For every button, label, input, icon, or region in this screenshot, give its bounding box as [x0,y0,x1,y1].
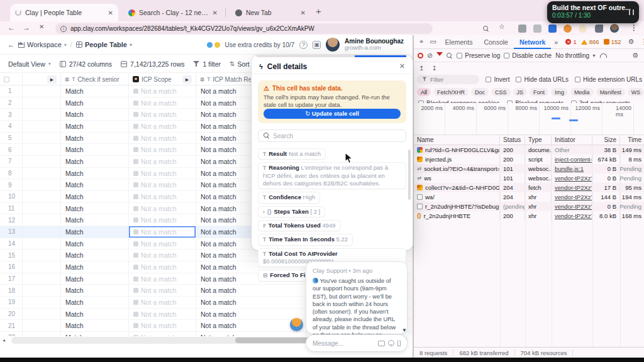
record-network-log-icon[interactable] [418,53,423,58]
empty-cell[interactable] [23,179,61,190]
column-header-name[interactable]: Name [414,136,500,145]
check-if-senior-cell[interactable]: Match [61,156,129,167]
check-if-senior-cell[interactable]: Match [61,297,129,308]
empty-cell[interactable] [23,133,61,144]
icp-scope-cell[interactable]: Not a match [129,109,196,120]
filter-hide-extension-urls-checkbox[interactable]: Hide extension URLs [575,76,642,83]
empty-cell[interactable] [23,109,61,120]
initiator-link[interactable]: vendor-tP2XzYXh.j [555,203,592,210]
check-if-senior-cell[interactable]: Match [61,332,129,336]
empty-cell[interactable] [23,121,61,132]
select-all-checkbox[interactable] [4,77,9,82]
check-if-senior-cell[interactable]: Match [61,261,129,273]
modal-scrollbar[interactable] [408,150,411,200]
network-request-row[interactable]: injected.js200scriptinject-content-scri6… [414,155,644,164]
icp-scope-cell[interactable]: Not a match [129,320,196,331]
icp-scope-cell[interactable]: Not a match [129,156,196,167]
export-har-icon[interactable]: ↧ [431,65,436,72]
checkbox[interactable] [486,77,491,82]
devtools-settings-icon[interactable]: ⚙ [625,38,638,46]
check-if-senior-cell[interactable]: Match [61,85,129,97]
check-if-senior-cell[interactable]: Match [61,203,129,214]
empty-cell[interactable] [23,261,61,273]
console-warnings-badge[interactable]: 866 [581,38,599,45]
network-overview-timeline[interactable]: 2000 ms4000 ms6000 ms8000 ms10000 ms1200… [414,103,644,135]
chat-message-input[interactable] [313,340,375,347]
modal-search-input[interactable] [273,133,401,140]
initiator-cell[interactable]: vendor-tP2XzYXh.j [552,211,592,221]
filter-invert-checkbox[interactable]: Invert [486,76,509,83]
cell-field-result[interactable]: TResult Not a match [258,148,326,160]
chat-scroll-down-icon[interactable]: ▼ [402,327,407,333]
empty-cell[interactable] [23,320,61,331]
sort-button[interactable]: ⇅ Sort [230,60,250,68]
network-request-row[interactable]: r_2n2udnjHHBTE/?isDebug=true(pending)xhr… [414,202,644,211]
tab-close-icon[interactable]: ✕ [108,9,113,16]
tab-close-icon[interactable]: ✕ [301,9,306,16]
modal-search-field[interactable] [258,129,406,142]
back-button[interactable]: ← [8,41,14,48]
network-filter-field[interactable] [417,75,479,84]
empty-cell[interactable] [23,226,61,238]
icp-scope-cell[interactable]: Not a match [129,332,196,336]
column-header-check-if-senior[interactable]: ≣ T Check if senior [61,74,129,85]
columns-button[interactable]: 27/42 columns [60,60,112,68]
initiator-cell[interactable]: vendor-tP2XzYXh.j [552,192,592,202]
icp-scope-cell[interactable]: Not a match [129,309,196,320]
network-filter-icon[interactable] [436,52,443,59]
gift-icon[interactable]: ▣ [313,41,321,49]
chip-font[interactable]: Font [530,88,548,96]
column-header-size[interactable]: Size [592,136,620,145]
cell-field-time-taken-in-seconds[interactable]: TTime Taken In Seconds 5.22 [258,234,353,245]
icp-scope-cell[interactable]: Not a match [129,191,196,202]
check-if-senior-cell[interactable]: Match [61,109,129,120]
icp-scope-cell[interactable]: Not a match [129,273,196,285]
empty-cell[interactable] [23,297,61,308]
select-all-cell[interactable] [0,74,23,85]
icp-match-cell[interactable]: Not a match [196,285,307,296]
initiator-cell[interactable]: vendor-tP2XzYXh.j [552,202,592,211]
chip-fetch-xhr[interactable]: Fetch/XHR [433,88,469,96]
user-avatar[interactable] [326,38,340,52]
empty-cell[interactable] [23,85,61,97]
emoji-icon[interactable] [388,340,394,346]
initiator-link[interactable]: vendor-tP2XzYXh.j [555,194,592,200]
empty-cell[interactable] [23,309,61,320]
icp-match-cell[interactable]: Not a match [196,297,307,308]
import-har-icon[interactable]: ↥ [419,65,424,72]
zoom-icon[interactable] [483,25,489,34]
chip-ws[interactable]: WS [628,88,644,96]
icp-scope-cell[interactable]: Not a match [129,285,196,296]
extension-icon-4[interactable] [564,25,572,33]
url-bar[interactable]: i app.clay.com/workspaces/282684/tables/… [55,23,433,34]
empty-cell[interactable] [23,285,61,296]
request-name-cell[interactable]: ⇄ws [414,173,500,183]
check-if-senior-cell[interactable]: Match [61,285,129,296]
preserve-log-checkbox[interactable]: Preserve log [457,52,500,59]
filter-hide-data-urls-checkbox[interactable]: Hide data URLs [516,76,569,83]
check-if-senior-cell[interactable]: Match [61,168,129,179]
initiator-cell[interactable]: bundle.js:1 [552,164,592,173]
initiator-cell[interactable]: vendor-tP2XzYXh.j [552,173,592,183]
icp-scope-cell[interactable]: Not a match [129,168,196,179]
issues-badge[interactable]: 152 [604,38,621,45]
scroll-left-arrow-icon[interactable]: ◂ [3,337,5,343]
checkbox[interactable] [516,77,521,82]
request-name-cell[interactable]: r_2n2udnjHHBTE/?isDebug=true [414,202,500,211]
request-name-cell[interactable]: rul?tid=G-NHFD0GLCLV&gacid... [414,145,500,155]
view-selector[interactable]: Default View▾ [8,60,51,68]
icp-scope-cell[interactable]: Not a match [129,238,196,250]
network-search-icon[interactable] [447,53,453,59]
empty-cell[interactable] [23,156,61,167]
icp-match-cell[interactable]: Not a match [196,309,307,320]
tab-search-clay[interactable]: Search - Clay - 12 new items - S ✕ [123,6,223,19]
expand-chevron-icon[interactable]: › [263,209,265,215]
icp-scope-cell[interactable]: Not a match [129,250,196,261]
check-if-senior-cell[interactable]: Match [61,179,129,190]
icp-scope-cell[interactable]: Not a match [129,261,196,273]
run-column-icon[interactable]: ▶ [182,75,192,84]
check-if-senior-cell[interactable]: Match [61,133,129,144]
back-icon[interactable]: ← [8,23,15,32]
column-header-initiator[interactable]: Initiator [552,136,592,145]
network-request-row[interactable]: collect?v=2&tid=G-NHFD0GLCL...204fetchve… [414,183,644,192]
